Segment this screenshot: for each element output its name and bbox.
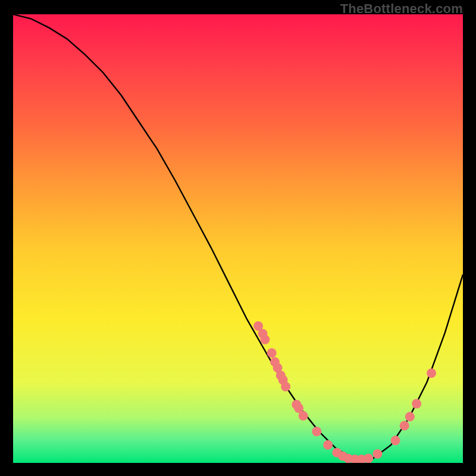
marker-dot (412, 399, 421, 408)
marker-dot (372, 449, 382, 459)
marker-dot (281, 382, 290, 392)
marker-dot (267, 348, 277, 358)
marker-dot (400, 421, 409, 430)
marker-dot (323, 440, 333, 450)
marker-dots (253, 321, 436, 463)
marker-dot (364, 453, 373, 463)
marker-dot (299, 411, 308, 421)
marker-dot (391, 436, 400, 445)
marker-dot (405, 412, 415, 421)
chart-svg (13, 14, 463, 463)
marker-dot (260, 335, 270, 345)
watermark-text: TheBottleneck.com (340, 1, 463, 17)
chart-area (13, 14, 463, 463)
marker-dot (312, 427, 321, 436)
marker-dot (427, 368, 436, 378)
curve-line (13, 14, 463, 458)
